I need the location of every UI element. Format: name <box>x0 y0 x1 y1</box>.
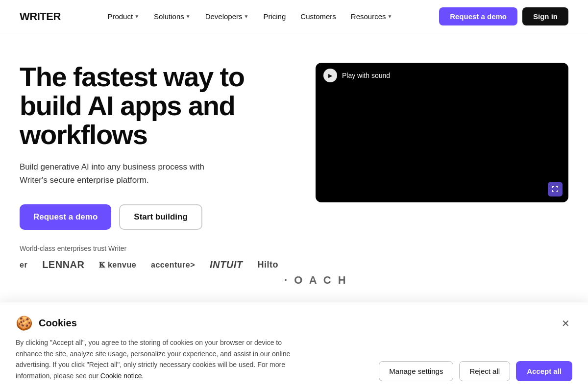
hero-buttons: Request a demo Start building <box>20 204 296 230</box>
sign-in-button[interactable]: Sign in <box>522 7 568 25</box>
cookie-body: By clicking "Accept all", you agree to t… <box>16 337 572 381</box>
request-demo-nav-button[interactable]: Request a demo <box>439 7 517 25</box>
hero-title: The fastest way to build AI apps and wor… <box>20 63 296 149</box>
logo-kenvue: 𝐊 kenvue <box>99 261 136 270</box>
nav-links: Product ▼ Solutions ▼ Developers ▼ Prici… <box>101 8 398 24</box>
hero-section: The fastest way to build AI apps and wor… <box>0 33 588 230</box>
logo-accenture: accenture> <box>151 261 195 270</box>
logo-hilton: Hilto <box>257 260 278 270</box>
chevron-down-icon: ▼ <box>388 14 392 19</box>
enterprises-label: World-class enterprises trust Writer <box>20 245 568 252</box>
cookie-text: By clicking "Accept all", you agree to t… <box>16 337 310 381</box>
nav-customers[interactable]: Customers <box>294 8 342 24</box>
cookie-header: 🍪 Cookies ✕ <box>16 315 572 331</box>
bottom-partial-brand: · O A C H <box>284 274 348 287</box>
request-demo-hero-button[interactable]: Request a demo <box>20 204 111 230</box>
cookie-close-button[interactable]: ✕ <box>559 317 572 330</box>
nav-resources[interactable]: Resources ▼ <box>345 8 398 24</box>
nav-product[interactable]: Product ▼ <box>101 8 145 24</box>
chevron-down-icon: ▼ <box>186 14 191 19</box>
hero-video[interactable]: ▶ Play with sound <box>316 63 568 202</box>
chevron-down-icon: ▼ <box>244 14 249 19</box>
hero-left: The fastest way to build AI apps and wor… <box>20 63 296 230</box>
enterprises-section: World-class enterprises trust Writer er … <box>0 230 588 275</box>
reject-all-button[interactable]: Reject all <box>459 361 510 381</box>
nav-pricing[interactable]: Pricing <box>257 8 292 24</box>
nav-solutions[interactable]: Solutions ▼ <box>148 8 196 24</box>
accept-all-button[interactable]: Accept all <box>516 361 572 381</box>
fullscreen-button[interactable] <box>548 182 563 196</box>
video-label: Play with sound <box>342 72 390 79</box>
cookie-icon: 🍪 <box>16 315 33 331</box>
logo-lennar: LENNAR <box>42 259 84 270</box>
chevron-down-icon: ▼ <box>134 14 139 19</box>
hero-subtitle: Build generative AI into any business pr… <box>20 161 230 187</box>
start-building-button[interactable]: Start building <box>119 204 202 230</box>
video-top-bar: ▶ Play with sound <box>316 63 398 88</box>
logo-intuit: INTUIT <box>210 259 243 270</box>
cookie-banner: 🍪 Cookies ✕ By clicking "Accept all", yo… <box>0 302 588 392</box>
logo-item: er <box>20 261 27 270</box>
navbar: WRITER Product ▼ Solutions ▼ Developers … <box>0 0 588 33</box>
cookie-title: Cookies <box>39 318 77 329</box>
nav-actions: Request a demo Sign in <box>439 7 568 25</box>
cookie-notice-link[interactable]: Cookie notice. <box>100 372 144 380</box>
manage-settings-button[interactable]: Manage settings <box>379 361 453 381</box>
play-icon[interactable]: ▶ <box>323 69 337 82</box>
cookie-title-row: 🍪 Cookies <box>16 315 77 331</box>
cookie-actions: Manage settings Reject all Accept all <box>379 361 572 381</box>
logo: WRITER <box>20 10 61 23</box>
logos-row: er LENNAR 𝐊 kenvue accenture> INTUIT Hil… <box>20 259 568 270</box>
nav-developers[interactable]: Developers ▼ <box>199 8 255 24</box>
